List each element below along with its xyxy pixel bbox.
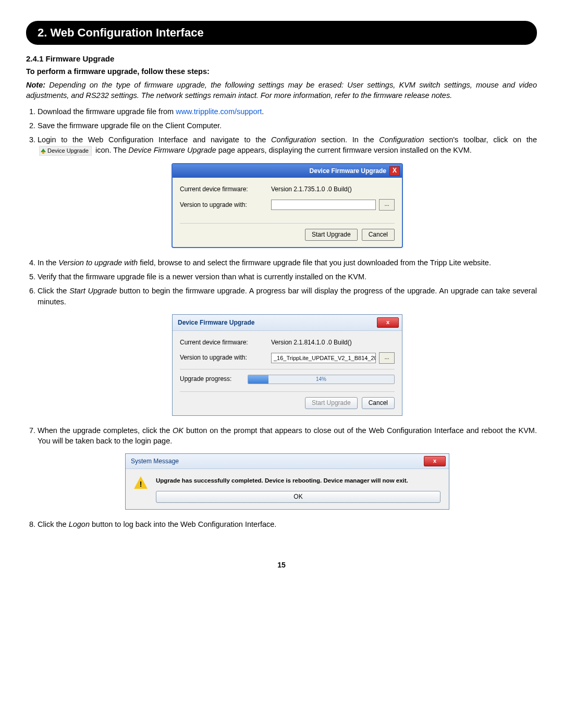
- note-body: Depending on the type of firmware upgrad…: [26, 81, 537, 100]
- version-upgrade-input[interactable]: [271, 200, 376, 210]
- divider: [180, 223, 395, 224]
- current-firmware-value: Version 2.1.735.1.0 .0 Build(): [271, 185, 352, 194]
- note-block: Note: Depending on the type of firmware …: [26, 80, 537, 101]
- dialog-title: Device Firmware Upgrade: [178, 318, 254, 327]
- instruction-line: To perform a firmware upgrade, follow th…: [26, 67, 537, 76]
- emphasis: OK: [173, 426, 183, 435]
- step-3: Login to the Web Configuration Interface…: [38, 134, 537, 248]
- current-firmware-value: Version 2.1.814.1.0 .0 Build(): [271, 338, 352, 347]
- browse-button[interactable]: ...: [379, 199, 395, 211]
- step-6: Click the Start Upgrade button to begin …: [38, 286, 537, 415]
- step-text: icon. The: [95, 146, 128, 154]
- emphasis: Logon: [69, 520, 90, 528]
- step-7: When the upgrade completes, click the OK…: [38, 425, 537, 510]
- step-8: Click the Logon button to log back into …: [38, 519, 537, 529]
- emphasis: Configuration: [379, 135, 424, 144]
- current-firmware-label: Current device firmware:: [180, 185, 271, 194]
- step-text: section. In the: [316, 135, 379, 144]
- close-icon[interactable]: x: [424, 456, 446, 466]
- system-message-dialog: System Message x Upgrade has successfull…: [125, 453, 449, 510]
- dialog-titlebar: Device Firmware Upgrade X: [173, 164, 402, 178]
- step-text: Click the: [38, 287, 69, 295]
- dialog-titlebar: System Message x: [126, 454, 449, 469]
- support-link[interactable]: www.tripplite.com/support: [176, 107, 262, 116]
- emphasis: Version to upgrade with: [58, 258, 138, 267]
- step-text: When the upgrade completes, click the: [38, 426, 173, 435]
- start-upgrade-button[interactable]: Start Upgrade: [305, 397, 358, 409]
- upload-arrow-icon: [41, 149, 46, 154]
- version-upgrade-input[interactable]: _16_TrippLite_UPDATE_V2_1_B814_20121218.…: [271, 353, 376, 363]
- step-4: In the Version to upgrade with field, br…: [38, 257, 537, 268]
- device-upgrade-badge: Device Upgrade: [39, 146, 92, 156]
- step-text: field, browse to and select the firmware…: [138, 258, 491, 267]
- section-title: 2. Web Configuration Interface: [38, 26, 204, 39]
- divider: [180, 391, 395, 392]
- ok-button[interactable]: OK: [156, 491, 440, 503]
- cancel-button[interactable]: Cancel: [362, 397, 395, 409]
- section-header: 2. Web Configuration Interface: [26, 21, 537, 45]
- step-text: .: [262, 107, 264, 116]
- dialog-title: System Message: [131, 457, 179, 466]
- current-firmware-label: Current device firmware:: [180, 338, 271, 347]
- step-text: Download the firmware upgrade file from: [38, 107, 176, 116]
- cancel-button[interactable]: Cancel: [362, 229, 395, 241]
- badge-label: Device Upgrade: [47, 147, 89, 155]
- message-text: Upgrade has successfully completed. Devi…: [156, 476, 440, 485]
- firmware-upgrade-dialog-initial: Device Firmware Upgrade X Current device…: [172, 163, 403, 248]
- dialog-title: Device Firmware Upgrade: [310, 167, 386, 176]
- dialog-titlebar: Device Firmware Upgrade x: [173, 315, 402, 331]
- emphasis: Configuration: [271, 135, 316, 144]
- browse-button[interactable]: ...: [379, 352, 395, 364]
- step-text: section's toolbar, click on the: [424, 135, 537, 144]
- steps-list: Download the firmware upgrade file from …: [38, 106, 537, 530]
- progress-bar: 14%: [248, 375, 395, 384]
- progress-text: 14%: [248, 375, 394, 384]
- step-1: Download the firmware upgrade file from …: [38, 106, 537, 117]
- step-text: In the: [38, 258, 58, 267]
- divider: [180, 369, 395, 369]
- emphasis: Device Firmware Upgrade: [128, 146, 216, 154]
- start-upgrade-button[interactable]: Start Upgrade: [305, 229, 358, 241]
- firmware-upgrade-dialog-progress: Device Firmware Upgrade x Current device…: [172, 314, 402, 416]
- emphasis: Start Upgrade: [69, 287, 117, 295]
- subsection-heading: 2.4.1 Firmware Upgrade: [26, 54, 537, 63]
- warning-icon: [134, 476, 148, 489]
- version-upgrade-label: Version to upgrade with:: [180, 353, 271, 362]
- upgrade-progress-label: Upgrade progress:: [180, 375, 248, 384]
- step-5: Verify that the firmware upgrade file is…: [38, 272, 537, 282]
- close-icon[interactable]: x: [377, 317, 399, 328]
- version-upgrade-label: Version to upgrade with:: [180, 201, 271, 209]
- page-number: 15: [26, 561, 537, 569]
- step-text: Login to the Web Configuration Interface…: [38, 135, 271, 144]
- step-text: page appears, displaying the current fir…: [216, 146, 472, 154]
- close-icon[interactable]: X: [389, 166, 400, 176]
- note-label: Note:: [26, 81, 45, 89]
- step-text: button to log back into the Web Configur…: [90, 520, 276, 528]
- step-2: Save the firmware upgrade file on the Cl…: [38, 120, 537, 131]
- step-text: Click the: [38, 520, 69, 528]
